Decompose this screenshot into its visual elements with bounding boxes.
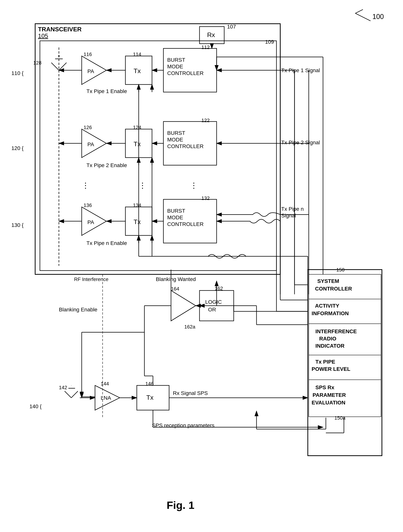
pipe2-enable: Tx Pipe 2 Enable <box>86 162 127 168</box>
pipeline-ref: 109 <box>265 39 274 45</box>
svg-rect-2 <box>35 24 280 274</box>
dots2: ⋮ <box>139 181 146 190</box>
transceiver-ref: 105 <box>38 32 48 39</box>
lna-label: LNA <box>101 395 111 401</box>
pipe1-ref-label: 110 { <box>11 70 24 76</box>
pa2-ref: 126 <box>84 125 92 130</box>
txN-ref: 134 <box>133 203 141 208</box>
pa1-ref: 116 <box>84 51 92 57</box>
sps-antenna-ref: 142 <box>59 385 67 390</box>
tx1-label: Tx <box>134 67 141 74</box>
svg-text:CONTROLLER: CONTROLLER <box>167 221 203 227</box>
svg-text:MODE: MODE <box>167 215 183 221</box>
svg-text:EVALUATION: EVALUATION <box>312 400 345 405</box>
svg-text:CONTROLLER: CONTROLLER <box>315 286 352 292</box>
svg-text:POWER LEVEL: POWER LEVEL <box>312 366 350 372</box>
rx-label: Rx <box>207 31 215 38</box>
sc-ref: 150 <box>336 267 344 273</box>
lna-ref: 144 <box>101 381 109 386</box>
svg-line-89 <box>71 391 78 398</box>
svg-rect-4 <box>40 41 276 271</box>
diagram: 100 TRANSCEIVER 105 Rx 107 109 110 { BUR… <box>0 0 403 532</box>
tx-sps-label: Tx <box>146 394 154 401</box>
bmc1-label: BURST <box>167 57 185 63</box>
svg-line-88 <box>65 391 71 398</box>
dots1: ⋮ <box>82 181 89 190</box>
pa1-label: PA <box>87 68 94 74</box>
pipeN-enable: Tx Pipe n Enable <box>86 240 127 246</box>
svg-text:INDICATOR: INDICATOR <box>315 343 344 349</box>
blanking-enable: Blanking Enable <box>59 307 97 312</box>
svg-text:CONTROLLER: CONTROLLER <box>167 70 203 76</box>
rf-interference-label: RF Interference <box>74 276 109 282</box>
bmcN-ref: 132 <box>202 195 210 201</box>
logic-or-ref: 162 <box>215 285 223 291</box>
sps-eval: SPS Rx <box>315 385 334 390</box>
tx1-ref: 114 <box>133 51 141 57</box>
buffer-ref: 164 <box>171 286 179 292</box>
bmcN-label: BURST <box>167 208 185 214</box>
dots3: ⋮ <box>190 181 198 190</box>
tx2-ref: 124 <box>133 125 141 130</box>
tx2-label: Tx <box>134 140 141 147</box>
sps-ref-label: 140 { <box>29 404 42 409</box>
txN-label: Tx <box>134 218 141 225</box>
sc-label: SYSTEM <box>317 278 339 284</box>
transceiver-label: TRANSCEIVER <box>38 26 82 33</box>
tx-pipe-power: Tx PIPE <box>315 359 335 365</box>
pipe2-signal: Tx Pipe 2 Signal <box>281 139 320 146</box>
svg-text:OR: OR <box>208 307 216 312</box>
svg-line-1 <box>355 9 363 13</box>
svg-line-34 <box>59 63 66 70</box>
bmc1-ref: 112 <box>202 44 210 50</box>
svg-text:RADIO: RADIO <box>319 336 336 342</box>
logic-or-label: LOGIC <box>205 299 222 305</box>
svg-text:MODE: MODE <box>167 63 183 70</box>
pipeN-ref-label: 130 { <box>11 222 24 228</box>
svg-line-0 <box>355 13 370 21</box>
blanking-wanted: Blanking Wanted <box>156 276 196 282</box>
paN-label: PA <box>87 219 94 225</box>
pipe1-enable: Tx Pipe 1 Enable <box>86 88 127 94</box>
svg-text:INFORMATION: INFORMATION <box>312 310 349 316</box>
pa2-label: PA <box>87 141 94 147</box>
bmc2-label: BURST <box>167 130 185 136</box>
tx-sps-ref: 146 <box>145 381 154 386</box>
figure-ref-100: 100 <box>372 13 384 20</box>
rx-signal-sps: Rx Signal SPS <box>173 390 208 396</box>
bmc2-ref: 122 <box>202 118 210 123</box>
svg-line-33 <box>51 63 59 70</box>
svg-marker-74 <box>171 291 196 321</box>
svg-text:CONTROLLER: CONTROLLER <box>167 143 203 149</box>
fig-label: Fig. 1 <box>167 499 194 511</box>
pipe2-ref-label: 120 { <box>11 145 24 151</box>
iri-label: INTERFERENCE <box>315 329 357 334</box>
svg-text:Signal: Signal <box>281 213 296 219</box>
pipeN-signal: Tx Pipe n <box>281 206 304 212</box>
paN-ref: 136 <box>84 203 92 208</box>
logic-or-sub-ref: 162a <box>184 324 195 329</box>
svg-text:MODE: MODE <box>167 137 183 143</box>
activity-info: ACTIVITY <box>315 303 339 309</box>
svg-text:PARAMETER: PARAMETER <box>312 392 346 398</box>
rx-ref: 107 <box>227 24 236 30</box>
antenna-ref: 128 <box>33 60 41 66</box>
